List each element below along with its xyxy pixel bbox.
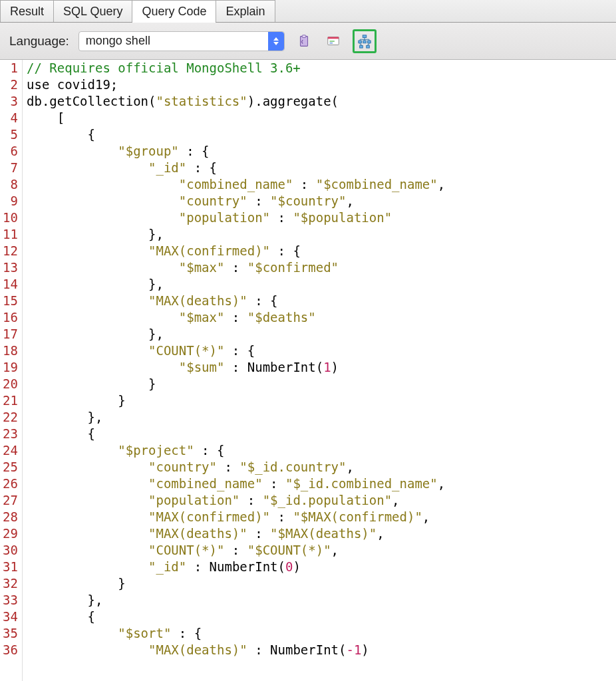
code-line[interactable]: { [27,609,445,625]
line-number: 22 [0,409,18,426]
view-aggregation-pipeline-button[interactable] [353,29,377,53]
code-editor[interactable]: 1234567891011121314151617181920212223242… [0,60,616,681]
line-number: 10 [0,209,18,226]
code-line[interactable]: "COUNT(*)" : "$COUNT(*)", [27,542,445,559]
code-line[interactable]: "population" : "$_id.population", [27,492,445,509]
line-number: 28 [0,509,18,525]
code-line[interactable]: "country" : "$_id.country", [27,459,445,476]
line-number: 19 [0,359,18,376]
language-label: Language: [9,34,69,49]
line-number: 13 [0,259,18,276]
code-line[interactable]: "_id" : { [27,160,445,176]
code-line[interactable]: // Requires official MongoShell 3.6+ [27,60,445,76]
line-number: 20 [0,376,18,392]
tree-diagram-icon [357,34,372,49]
code-line[interactable]: }, [27,409,445,426]
line-number: 36 [0,642,18,658]
code-line[interactable]: db.getCollection("statistics").aggregate… [27,93,445,110]
code-line[interactable]: } [27,376,445,392]
open-in-editor-button[interactable] [323,31,343,51]
code-line[interactable]: use covid19; [27,76,445,93]
code-line[interactable]: { [27,126,445,143]
code-line[interactable]: "combined_name" : "$combined_name", [27,176,445,193]
clipboard-icon [297,34,311,49]
line-number: 30 [0,542,18,559]
updown-arrows-icon [268,32,284,51]
code-line[interactable]: "_id" : NumberInt(0) [27,559,445,575]
line-number: 9 [0,193,18,209]
code-line[interactable]: }, [27,592,445,609]
code-line[interactable]: "population" : "$population" [27,209,445,226]
line-number: 6 [0,143,18,160]
line-number: 29 [0,525,18,542]
line-number: 17 [0,326,18,342]
line-number: 8 [0,176,18,193]
code-line[interactable]: "$sort" : { [27,625,445,642]
line-number: 26 [0,476,18,492]
svg-rect-1 [302,35,306,37]
code-line[interactable]: "$max" : "$deaths" [27,309,445,326]
code-line[interactable]: "$project" : { [27,442,445,459]
code-content[interactable]: // Requires official MongoShell 3.6+use … [23,60,445,681]
line-number: 4 [0,110,18,126]
line-number: 18 [0,342,18,359]
line-number: 23 [0,426,18,442]
line-number: 35 [0,625,18,642]
line-number: 27 [0,492,18,509]
language-select-value: mongo shell [86,34,150,48]
tabs-bar: Result SQL Query Query Code Explain [0,0,616,23]
tab-result[interactable]: Result [0,0,54,22]
svg-rect-10 [359,45,363,48]
code-line[interactable]: } [27,575,445,592]
code-line[interactable]: "$sum" : NumberInt(1) [27,359,445,376]
line-number: 14 [0,276,18,293]
code-line[interactable]: { [27,426,445,442]
line-number: 2 [0,76,18,93]
language-select[interactable]: mongo shell [78,31,285,51]
line-number-gutter: 1234567891011121314151617181920212223242… [0,60,23,681]
line-number: 16 [0,309,18,326]
code-line[interactable]: "MAX(deaths)" : { [27,293,445,309]
line-number: 24 [0,442,18,459]
svg-rect-9 [367,41,371,43]
code-line[interactable]: "country" : "$country", [27,193,445,209]
svg-rect-11 [367,45,370,48]
code-line[interactable]: "COUNT(*)" : { [27,342,445,359]
tab-explain[interactable]: Explain [216,0,275,22]
line-number: 33 [0,592,18,609]
line-number: 34 [0,609,18,625]
line-number: 3 [0,93,18,110]
code-line[interactable]: } [27,392,445,409]
svg-rect-8 [363,41,367,43]
line-number: 15 [0,293,18,309]
line-number: 25 [0,459,18,476]
line-number: 32 [0,575,18,592]
line-number: 12 [0,243,18,259]
copy-to-clipboard-button[interactable] [294,31,314,51]
tab-query-code[interactable]: Query Code [132,0,216,22]
code-line[interactable]: "$group" : { [27,143,445,160]
svg-rect-3 [328,37,339,39]
code-line[interactable]: "MAX(confirmed)" : "$MAX(confirmed)", [27,509,445,525]
line-number: 31 [0,559,18,575]
editor-icon [326,34,341,49]
line-number: 21 [0,392,18,409]
svg-rect-7 [359,41,362,43]
code-line[interactable]: [ [27,110,445,126]
code-line[interactable]: }, [27,226,445,243]
code-line[interactable]: }, [27,326,445,342]
code-line[interactable]: "MAX(deaths)" : "$MAX(deaths)", [27,525,445,542]
line-number: 1 [0,60,18,76]
code-line[interactable]: "$max" : "$confirmed" [27,259,445,276]
code-line[interactable]: "combined_name" : "$_id.combined_name", [27,476,445,492]
code-line[interactable]: "MAX(deaths)" : NumberInt(-1) [27,642,445,658]
line-number: 11 [0,226,18,243]
code-line[interactable]: }, [27,276,445,293]
svg-rect-6 [363,35,367,37]
toolbar: Language: mongo shell [0,23,616,60]
code-line[interactable]: "MAX(confirmed)" : { [27,243,445,259]
line-number: 5 [0,126,18,143]
tab-sql-query[interactable]: SQL Query [54,0,132,22]
line-number: 7 [0,160,18,176]
